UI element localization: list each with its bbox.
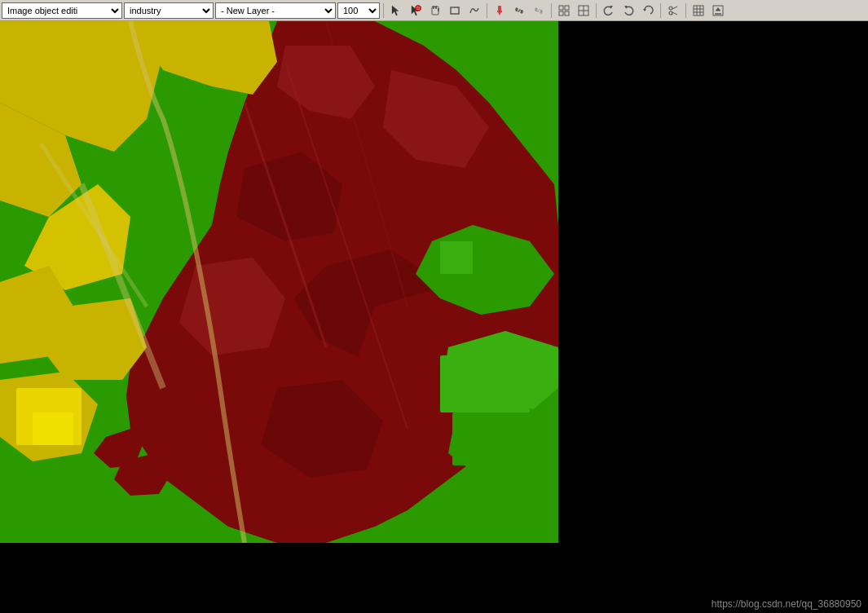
svg-rect-11: [497, 11, 502, 12]
svg-rect-18: [565, 11, 569, 15]
svg-rect-6: [433, 6, 434, 9]
paint-button[interactable]: [491, 2, 509, 19]
svg-rect-17: [559, 11, 563, 15]
main-area: https://blog.csdn.net/qq_36880950: [0, 21, 868, 613]
svg-marker-12: [498, 12, 501, 15]
separator-5: [660, 3, 661, 18]
separator-1: [383, 3, 384, 18]
separator-3: [551, 3, 552, 18]
svg-rect-62: [440, 241, 473, 274]
grid-button[interactable]: [555, 2, 573, 19]
table-button[interactable]: [690, 2, 707, 19]
toolbar: Image object editi industry - New Layer …: [0, 0, 868, 21]
svg-rect-60: [452, 412, 526, 465]
separator-2: [487, 3, 487, 18]
select-arrow-button[interactable]: [387, 2, 405, 19]
zoom-select[interactable]: 100: [337, 2, 380, 19]
rotate-left-button[interactable]: [600, 2, 618, 19]
export-button[interactable]: [709, 2, 727, 19]
pan-button[interactable]: [426, 2, 444, 19]
svg-rect-9: [451, 7, 459, 14]
watermark-text: https://blog.csdn.net/qq_36880950: [712, 598, 861, 610]
layer-type-select[interactable]: industry: [124, 2, 214, 19]
undo-button[interactable]: [639, 2, 657, 19]
rectangle-button[interactable]: [446, 2, 464, 19]
svg-rect-10: [498, 6, 501, 11]
svg-rect-16: [565, 6, 569, 10]
svg-line-14: [538, 9, 540, 11]
map-image: [0, 21, 558, 543]
svg-marker-36: [716, 7, 720, 11]
svg-rect-8: [438, 8, 439, 11]
svg-rect-29: [694, 6, 703, 15]
link-button[interactable]: [510, 2, 528, 19]
black-panel: [558, 21, 868, 543]
svg-marker-24: [643, 9, 646, 11]
freehand-button[interactable]: [465, 2, 483, 19]
separator-4: [596, 3, 597, 18]
map-canvas[interactable]: [0, 21, 558, 543]
svg-rect-59: [440, 355, 530, 412]
scissors-button[interactable]: [664, 2, 682, 19]
svg-rect-15: [559, 6, 563, 10]
separator-6: [685, 3, 686, 18]
mode-select[interactable]: Image object editi: [2, 2, 122, 19]
unlink-button[interactable]: [530, 2, 548, 19]
svg-rect-7: [435, 6, 437, 9]
select-edit-button[interactable]: [407, 2, 425, 19]
layer-name-select[interactable]: - New Layer -: [215, 2, 336, 19]
svg-point-25: [669, 7, 672, 10]
bottom-bar: https://blog.csdn.net/qq_36880950: [0, 543, 868, 613]
svg-rect-54: [33, 412, 73, 445]
svg-point-26: [669, 11, 672, 15]
rotate-right-button[interactable]: [619, 2, 637, 19]
svg-line-13: [518, 9, 521, 11]
grid2-button[interactable]: [575, 2, 593, 19]
svg-marker-0: [392, 6, 399, 15]
